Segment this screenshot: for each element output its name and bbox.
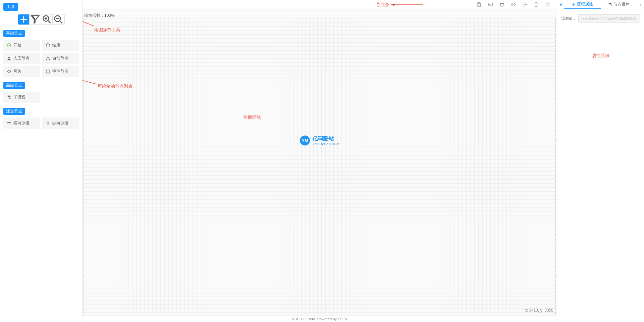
- draw-toolbar: [18, 14, 65, 25]
- refresh-icon[interactable]: [545, 2, 550, 7]
- flow-id-input[interactable]: [578, 14, 640, 22]
- annotation-navbar: 导航条: [376, 2, 389, 8]
- annotation-props-area: 属性区域: [561, 53, 640, 59]
- grid-canvas[interactable]: [84, 18, 556, 314]
- footer-text: VDF 1.0_Beta. Powered by ZSFN: [83, 315, 557, 322]
- node-vlane[interactable]: 纵向泳道: [42, 118, 79, 129]
- node-label: 事件节点: [52, 68, 68, 74]
- node-label: 子流程: [13, 94, 25, 100]
- node-end[interactable]: 结束: [42, 40, 79, 51]
- svg-point-10: [513, 4, 514, 5]
- node-gateway[interactable]: 网关: [3, 66, 40, 77]
- node-hlane[interactable]: 横向泳道: [3, 118, 40, 129]
- section-lane-nodes: 泳道节点: [3, 108, 25, 115]
- settings-icon[interactable]: [522, 2, 527, 7]
- svg-point-13: [536, 6, 536, 6]
- add-node-button[interactable]: [18, 14, 30, 25]
- canvas-body[interactable]: 缩放倍数：100% 绘图操作工具 可绘制的节点列表 绘图区域 YM 亿码酷站 Y…: [83, 9, 557, 315]
- save-icon[interactable]: [476, 2, 482, 7]
- sidebar-tab[interactable]: 工具: [3, 3, 18, 11]
- preview-icon[interactable]: [511, 2, 516, 7]
- tab-node-properties[interactable]: 节点属性: [601, 0, 638, 9]
- watermark-logo: YM 亿码酷站 YMKUZHAN.COM: [300, 135, 339, 146]
- node-label: 开始: [13, 42, 21, 48]
- node-subflow[interactable]: 子流程: [3, 92, 40, 103]
- delete-icon[interactable]: [499, 2, 504, 7]
- coordinates-display: x: 3413, y: 3358: [525, 308, 553, 313]
- tabs-next-icon[interactable]: [637, 3, 644, 7]
- node-label: 横向泳道: [13, 120, 30, 126]
- image-icon[interactable]: [488, 2, 493, 7]
- canvas-toolbar: 导航条: [83, 0, 557, 9]
- flow-id-label: 流程id：: [561, 16, 576, 21]
- section-basic-nodes: 基础节点: [3, 30, 25, 37]
- svg-point-4: [8, 57, 10, 58]
- svg-point-5: [46, 70, 50, 73]
- zoom-in-button[interactable]: [41, 14, 53, 25]
- node-event[interactable]: 事件节点: [42, 66, 79, 77]
- zoom-out-button[interactable]: [53, 14, 64, 25]
- section-advanced-nodes: 高级节点: [3, 82, 25, 89]
- filter-button[interactable]: [30, 14, 41, 25]
- node-label: 自动节点: [52, 55, 68, 61]
- node-start[interactable]: 开始: [3, 40, 40, 51]
- node-label: 人工节点: [13, 55, 30, 61]
- mobile-icon[interactable]: [533, 2, 539, 7]
- node-manual[interactable]: 人工节点: [3, 53, 40, 64]
- node-auto[interactable]: 自动节点: [42, 53, 79, 64]
- node-label: 纵向泳道: [52, 120, 68, 126]
- node-label: 网关: [13, 68, 21, 74]
- svg-point-11: [524, 4, 525, 5]
- tab-flow-properties[interactable]: 流程属性: [564, 0, 601, 9]
- tabs-prev-icon[interactable]: [557, 3, 564, 7]
- svg-marker-7: [391, 3, 394, 6]
- arrow-icon: [391, 3, 425, 6]
- node-label: 结束: [52, 42, 60, 48]
